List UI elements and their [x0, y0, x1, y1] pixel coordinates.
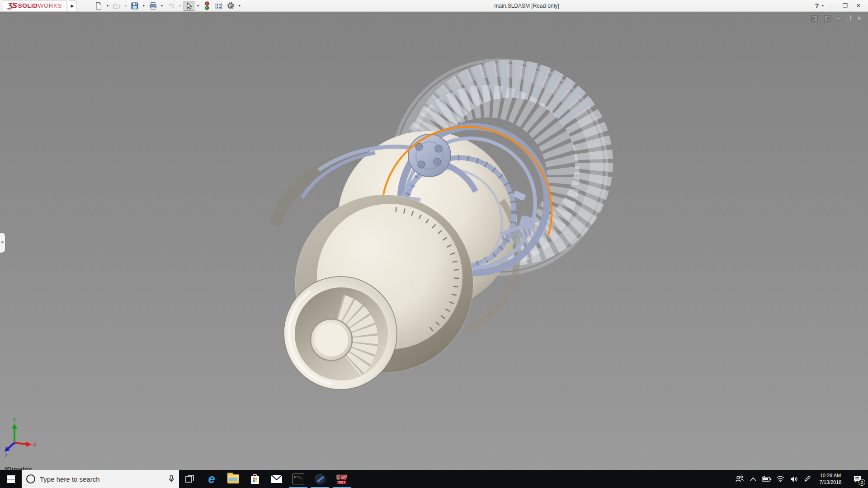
toolbar-flyout-arrow[interactable]: ▶ — [68, 0, 77, 11]
clock-date: 7/13/2018 — [816, 479, 845, 486]
search-input[interactable] — [40, 475, 164, 483]
new-document-dropdown[interactable]: ▾ — [105, 1, 110, 11]
windows-taskbar: e C:\_ — [0, 470, 868, 488]
viewport-close-button[interactable]: ✕ — [857, 15, 862, 22]
exhaust-cone — [284, 277, 397, 389]
open-dropdown[interactable]: ▾ — [123, 1, 128, 11]
triad-x-label: X — [33, 442, 37, 447]
graphics-viewport[interactable]: – ❐ ✕ Y X Z *Dimetric — [0, 12, 868, 470]
new-document-icon — [94, 2, 103, 10]
undo-dropdown[interactable]: ▾ — [177, 1, 183, 11]
help-button[interactable]: ? — [811, 1, 823, 11]
taskbar-app-solidworks[interactable]: SW 2017 — [331, 470, 353, 488]
jet-engine-model[interactable] — [0, 12, 868, 470]
mail-icon — [271, 474, 283, 483]
undo-icon — [167, 2, 175, 10]
taskbar-app-file-explorer[interactable] — [222, 470, 244, 488]
taskbar-app-command-prompt[interactable]: C:\_ — [288, 470, 309, 488]
viewport-window-controls: – ❐ ✕ — [811, 15, 862, 22]
solidworks-logo-text: SOLID — [18, 2, 38, 9]
taskbar-clock[interactable]: 10:29 AM 7/13/2018 — [816, 472, 845, 486]
print-icon — [149, 2, 157, 10]
pane-toggle-left-icon[interactable] — [811, 15, 818, 22]
standard-toolbar: ▾ ▾ ▾ — [93, 1, 242, 11]
window-controls: ? ▾ – ❐ ✕ — [811, 1, 864, 11]
triad-z-label: Z — [5, 453, 8, 458]
action-center-button[interactable]: 2 — [848, 470, 866, 488]
system-tray: 10:29 AM 7/13/2018 2 — [734, 470, 868, 488]
document-title: main.SLDASM [Read-only] — [242, 3, 811, 9]
select-button[interactable] — [184, 1, 194, 11]
view-orientation-label: *Dimetric — [5, 466, 32, 470]
title-bar: ƷS SOLIDWORKS ▶ ▾ ▾ — [0, 0, 868, 12]
hexagon-app-icon — [314, 473, 326, 485]
clock-time: 10:29 AM — [816, 472, 845, 479]
print-button[interactable] — [147, 1, 158, 11]
pane-toggle-right-icon[interactable] — [824, 15, 830, 22]
open-button[interactable] — [111, 1, 122, 11]
solidworks-window: ƷS SOLIDWORKS ▶ ▾ ▾ — [0, 0, 868, 488]
open-folder-icon — [113, 2, 121, 10]
save-dropdown[interactable]: ▾ — [141, 1, 146, 11]
taskbar-app-store[interactable] — [244, 470, 266, 488]
close-button[interactable]: ✕ — [853, 1, 864, 11]
minimize-button[interactable]: – — [826, 1, 837, 11]
microphone-icon[interactable] — [168, 475, 175, 483]
people-icon[interactable] — [734, 470, 745, 488]
print-dropdown[interactable]: ▾ — [159, 1, 165, 11]
solidworks-logo: ƷS SOLIDWORKS — [3, 0, 67, 11]
viewport-restore-button[interactable]: ❐ — [845, 15, 851, 22]
taskbar-app-hexagon[interactable] — [309, 470, 331, 488]
pen-icon[interactable] — [802, 470, 813, 488]
rebuild-traffic-light-icon — [204, 1, 210, 10]
rebuild-button[interactable] — [202, 1, 212, 11]
featuremanager-flyout-tab[interactable] — [0, 233, 5, 253]
tray-overflow-chevron-icon[interactable] — [748, 470, 759, 488]
help-dropdown[interactable]: ▾ — [822, 4, 824, 8]
options-button[interactable] — [225, 1, 236, 11]
battery-icon[interactable] — [761, 470, 772, 488]
task-view-button[interactable] — [179, 470, 201, 488]
solidworks-2017-icon: SW 2017 — [336, 474, 348, 484]
windows-logo-icon — [7, 475, 15, 483]
select-cursor-icon — [185, 2, 193, 10]
microsoft-store-icon — [250, 473, 260, 485]
file-explorer-icon — [227, 474, 239, 483]
options-gear-icon — [226, 1, 235, 10]
save-button[interactable] — [129, 1, 140, 11]
start-button[interactable] — [0, 470, 22, 488]
file-properties-button[interactable] — [213, 1, 224, 11]
taskbar-app-edge[interactable]: e — [201, 470, 222, 488]
wifi-icon[interactable] — [775, 470, 786, 488]
solidworks-logo-mark-icon: ƷS — [8, 1, 17, 10]
command-prompt-icon: C:\_ — [292, 474, 304, 484]
orientation-triad: Y X Z — [1, 417, 42, 458]
new-document-button[interactable] — [93, 1, 104, 11]
restore-button[interactable]: ❐ — [839, 1, 851, 11]
select-dropdown[interactable]: ▾ — [195, 1, 201, 11]
options-dropdown[interactable]: ▾ — [237, 1, 242, 11]
bolted-flange — [408, 134, 451, 177]
file-properties-icon — [215, 2, 223, 10]
edge-icon: e — [208, 473, 215, 485]
undo-button[interactable] — [165, 1, 176, 11]
save-floppy-icon — [131, 2, 139, 10]
taskbar-search[interactable] — [22, 470, 179, 488]
task-view-icon — [185, 474, 194, 483]
volume-icon[interactable] — [788, 470, 799, 488]
taskbar-app-mail[interactable] — [266, 470, 288, 488]
viewport-minimize-button[interactable]: – — [836, 15, 840, 22]
triad-y-label: Y — [13, 418, 16, 423]
cortana-icon — [26, 474, 35, 483]
notification-badge: 2 — [859, 479, 865, 486]
